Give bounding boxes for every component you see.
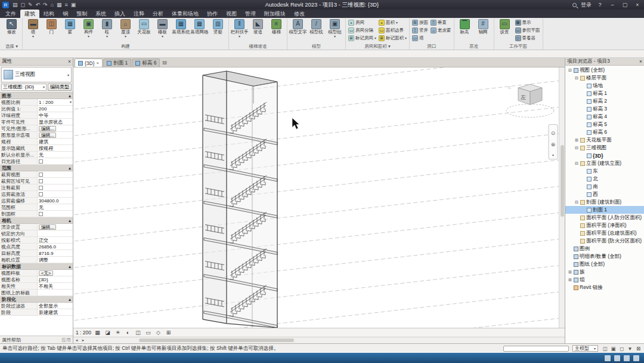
browser-item-面积平面 (净面积)[interactable]: 面积平面 (净面积) <box>565 222 644 229</box>
ribbon-tab-管理[interactable]: 管理 <box>241 10 260 18</box>
property-value[interactable] <box>38 290 73 296</box>
property-value[interactable]: {3D} <box>38 276 73 282</box>
ribbon-tab-附加模块[interactable]: 附加模块 <box>260 10 290 18</box>
section-collapse-icon[interactable]: ▴ <box>69 93 71 99</box>
model-canvas[interactable]: 左 ⌂ ⊙ ⊕ ▾ <box>73 67 559 328</box>
browser-item-剖面 1[interactable]: 剖面 1 <box>565 206 644 214</box>
ribbon-tab-系统[interactable]: 系统 <box>91 10 110 18</box>
ribbon-button-标高[interactable]: ▔标高 <box>456 19 474 35</box>
view-control-icon-0[interactable]: ▦ <box>94 330 101 336</box>
ribbon-tab-分析[interactable]: 分析 <box>148 10 168 18</box>
ribbon-button-模型线[interactable]: /模型线 <box>307 19 326 35</box>
search-icon[interactable] <box>572 3 577 7</box>
edit-type-button[interactable]: 编辑类型 <box>48 84 72 91</box>
browser-item-视图 (全部)[interactable]: ⊟视图 (全部) <box>565 66 644 74</box>
checkbox[interactable] <box>39 186 43 190</box>
filter-icon[interactable]: ▼ <box>627 346 633 352</box>
ribbon-tab-插入[interactable]: 插入 <box>110 10 129 18</box>
qat-icon-3[interactable]: ↶ <box>36 2 41 8</box>
qat-icon-6[interactable]: ▦ <box>57 2 62 8</box>
taskbar-icon-0[interactable] <box>605 355 611 361</box>
ribbon-button-参照平面[interactable]: ▭参照平面 <box>514 27 541 34</box>
ribbon-button-模型组[interactable]: ▣模型组▾ <box>326 19 344 38</box>
property-value[interactable]: 正交 <box>38 237 73 243</box>
view-control-icon-7[interactable]: ⊞ <box>165 330 172 336</box>
view-control-icon-2[interactable]: ☀ <box>114 330 122 336</box>
section-collapse-icon[interactable]: ▴ <box>69 263 71 269</box>
browser-item-标高 2[interactable]: 标高 2 <box>565 97 644 105</box>
ribbon-tab-修改[interactable]: 修改 <box>290 10 309 18</box>
property-value[interactable]: 建筑 <box>38 139 73 144</box>
browser-item-图例[interactable]: 图例 <box>565 245 644 253</box>
ribbon-button-轴网[interactable]: #轴网 <box>474 19 493 35</box>
tree-expander-icon[interactable]: ⊞ <box>574 138 579 143</box>
browser-item-标高 6[interactable]: 标高 6 <box>565 128 644 136</box>
ribbon-button-按面[interactable]: ⊞按面 <box>411 19 429 26</box>
browser-item-Revit 链接[interactable]: Revit 链接 <box>565 284 644 291</box>
ribbon-tab-体量和场地[interactable]: 体量和场地 <box>168 10 203 18</box>
help-icon[interactable]: ? <box>596 2 604 8</box>
property-value[interactable]: 新建建筑 <box>38 309 73 315</box>
active-only-icon[interactable]: ◻ <box>618 346 625 352</box>
tree-expander-icon[interactable]: ⊞ <box>568 278 572 282</box>
checkbox[interactable] <box>39 179 43 183</box>
ribbon-tab-钢[interactable]: 钢 <box>58 10 72 18</box>
property-value[interactable]: 200 <box>38 106 73 112</box>
browser-item-楼层平面[interactable]: ⊟楼层平面 <box>565 74 644 82</box>
property-value[interactable] <box>38 178 73 184</box>
browser-item-场地[interactable]: 场地 <box>565 82 644 90</box>
browser-item-标高 1[interactable]: 标高 1 <box>565 90 644 97</box>
view-scale-button[interactable]: 1 : 200 <box>76 330 91 336</box>
close-button[interactable]: × <box>633 2 642 8</box>
property-value[interactable] <box>38 191 73 197</box>
ribbon-button-房间[interactable]: ×房间 <box>347 19 377 26</box>
edit-button[interactable]: 编辑... <box>39 126 56 131</box>
property-value[interactable] <box>38 171 73 177</box>
ribbon-button-垂直[interactable]: ▯垂直 <box>429 19 453 26</box>
browser-item-天花板平面[interactable]: ⊞天花板平面 <box>565 136 644 144</box>
browser-item-明细表/数量 (全部)[interactable]: 明细表/数量 (全部) <box>565 253 644 260</box>
qat-icon-7[interactable]: ≡ <box>65 2 68 8</box>
property-value[interactable]: 1 : 200▾ <box>38 99 73 105</box>
qat-icon-5[interactable]: ⌂ <box>51 2 54 8</box>
edit-button[interactable]: 编辑... <box>39 224 56 230</box>
ribbon-button-修改[interactable]: ↖修改 <box>2 19 21 35</box>
ribbon-button-幕墙系统[interactable]: ▦幕墙系统 <box>172 19 190 35</box>
navigation-bar[interactable]: ⊙ ⊕ ▾ <box>549 124 558 159</box>
section-collapse-icon[interactable]: ▴ <box>69 296 71 302</box>
scroll-right-icon[interactable]: ▸ <box>80 337 86 343</box>
taskbar-icon-3[interactable] <box>633 355 639 361</box>
browser-item-面积平面 (防火分区面积)[interactable]: 面积平面 (防火分区面积) <box>565 237 644 245</box>
browser-item-{3D}[interactable]: {3D} <box>565 152 644 159</box>
taskbar-icon-1[interactable] <box>614 355 620 361</box>
design-option-select[interactable]: 主模型 ▾ <box>572 345 598 352</box>
browser-item-立面 (建筑立面)[interactable]: ⊟立面 (建筑立面) <box>565 159 644 167</box>
horizontal-scroll-thumb[interactable] <box>139 339 294 342</box>
ribbon-tab-文件[interactable]: 文件 <box>1 10 20 18</box>
property-value[interactable]: 无 <box>38 204 73 210</box>
property-value[interactable] <box>38 158 73 164</box>
ribbon-button-楼板[interactable]: ▬楼板▾ <box>153 19 172 38</box>
view-control-icon-3[interactable]: ◐ <box>124 330 132 336</box>
ribbon-button-竖梃[interactable]: ▥竖梃 <box>209 19 227 35</box>
zoom-icon[interactable]: ⊕ <box>551 141 556 147</box>
ribbon-button-面积[interactable]: ×面积▾ <box>377 19 408 26</box>
property-value[interactable]: 304800.0 <box>38 198 73 204</box>
ribbon-tab-协作[interactable]: 协作 <box>203 10 222 18</box>
view-tab-标高 6[interactable]: 标高 6 <box>132 59 160 67</box>
property-value[interactable]: 不相关 <box>38 283 73 289</box>
property-value[interactable]: 调整 <box>38 257 73 263</box>
properties-close-icon[interactable]: × <box>68 59 71 64</box>
ribbon-button-墙[interactable]: ▬墙▾ <box>24 19 42 38</box>
view-tab-{3D}[interactable]: {3D}× <box>75 59 103 67</box>
qat-icon-2[interactable]: ✎ <box>28 2 33 8</box>
checkbox[interactable] <box>39 212 43 216</box>
project-browser-close-icon[interactable]: × <box>639 59 642 64</box>
ribbon-button-门[interactable]: ◫门 <box>42 19 61 35</box>
browser-item-剖面 (建筑剖面)[interactable]: ⊟剖面 (建筑剖面) <box>565 198 644 206</box>
maximize-button[interactable]: ▢ <box>621 2 629 8</box>
scroll-left-icon[interactable]: ◂ <box>73 337 80 343</box>
ribbon-button-标记房间[interactable]: ⊠标记房间▾ <box>347 35 377 42</box>
ribbon-button-天花板[interactable]: ▭天花板 <box>135 19 153 35</box>
worksets-icon[interactable]: ◫ <box>602 346 608 352</box>
